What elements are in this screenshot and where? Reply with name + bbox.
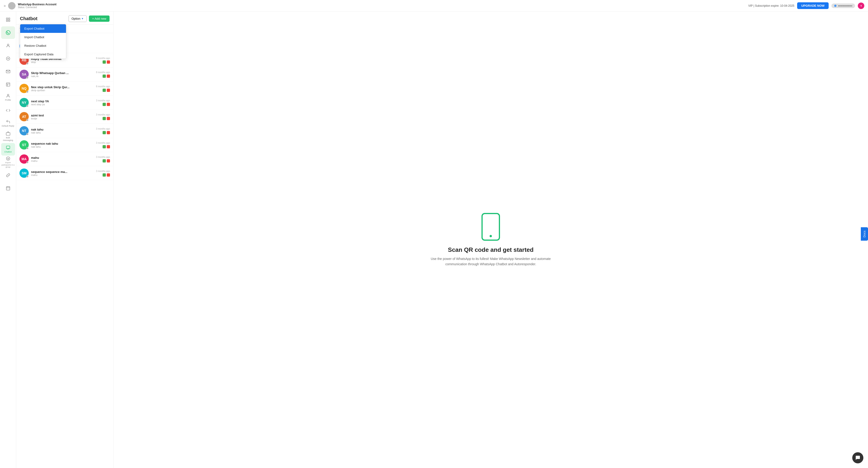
add-new-button[interactable]: + Add new bbox=[89, 15, 110, 22]
main-content: Scan QR code and get started Use the pow… bbox=[114, 11, 868, 468]
dropdown-item-export-captured[interactable]: Export Captured Data bbox=[20, 50, 66, 59]
chat-support-button[interactable] bbox=[852, 452, 863, 463]
avatar bbox=[8, 2, 16, 9]
chatbot-panel: Chatbot Option ▼ + Add new Export Chatbo… bbox=[16, 11, 114, 468]
chatbot-list-item[interactable]: NT nak tahu nak tahu 3 months ago bbox=[16, 124, 113, 138]
docs-button[interactable]: Docs bbox=[861, 227, 868, 241]
vip-label: VIP | Subscription expire: 10-04-2025 bbox=[748, 4, 794, 7]
chatbot-title: Chatbot bbox=[20, 16, 66, 21]
sidebar-item-link[interactable] bbox=[1, 169, 15, 181]
account-status: Status: Connected bbox=[18, 6, 57, 8]
sidebar-item-export-group[interactable]: Export participants in a group bbox=[1, 156, 15, 168]
qr-desc: Use the power of WhatsApp to its fullest… bbox=[421, 256, 560, 267]
account-name: WhatsApp Business Account bbox=[18, 3, 57, 6]
back-button[interactable] bbox=[858, 3, 864, 9]
chatbot-header: Chatbot Option ▼ + Add new Export Chatbo… bbox=[16, 11, 113, 25]
sidebar-item-profile[interactable]: Profile bbox=[1, 91, 15, 104]
svg-rect-9 bbox=[6, 83, 10, 86]
sidebar-label-bulk: Bulk messaging bbox=[1, 137, 15, 142]
sidebar-item-bulk[interactable]: Bulk messaging bbox=[1, 130, 15, 142]
sidebar-item-whatsapp[interactable] bbox=[1, 26, 15, 39]
svg-rect-3 bbox=[6, 20, 8, 22]
left-nav: Profile Default Reply Bulk messaging Cha… bbox=[0, 11, 16, 468]
option-dropdown: Export Chatbot Import Chatbot Restore Ch… bbox=[20, 24, 66, 59]
sidebar-item-templates[interactable] bbox=[1, 78, 15, 91]
svg-rect-13 bbox=[6, 133, 10, 135]
dropdown-item-import-chatbot[interactable]: Import Chatbot bbox=[20, 33, 66, 41]
chatbot-list-item[interactable]: AT azmi test testje 3 months ago bbox=[16, 110, 113, 124]
svg-rect-17 bbox=[6, 187, 10, 190]
dropdown-item-restore-chatbot[interactable]: Restore Chatbot bbox=[20, 41, 66, 50]
chatbot-list-item[interactable]: MA mahu mahu 3 months ago bbox=[16, 152, 113, 166]
dropdown-item-export-chatbot[interactable]: Export Chatbot bbox=[20, 24, 66, 33]
sidebar-label-export-group: Export participants in a group bbox=[1, 162, 15, 168]
sidebar-item-contacts[interactable] bbox=[1, 39, 15, 52]
topbar-left: » WhatsApp Business Account Status: Conn… bbox=[4, 2, 57, 9]
sidebar-label-chatbot: Chatbot bbox=[4, 151, 12, 153]
sidebar-item-default-reply[interactable]: Default Reply bbox=[1, 117, 15, 130]
status-dot bbox=[834, 5, 837, 7]
collapse-icon[interactable]: » bbox=[4, 4, 6, 8]
user-pill-text: •••••••••••••••• bbox=[838, 4, 852, 7]
sidebar-item-campaigns[interactable] bbox=[1, 65, 15, 78]
svg-rect-1 bbox=[8, 18, 10, 20]
chatbot-list-item[interactable]: SM sequence sequence ma... mahu 3 months… bbox=[16, 166, 113, 180]
option-button[interactable]: Option ▼ bbox=[68, 15, 87, 22]
sidebar-label-default-reply: Default Reply bbox=[2, 125, 14, 127]
svg-rect-2 bbox=[8, 20, 10, 22]
topbar: » WhatsApp Business Account Status: Conn… bbox=[0, 0, 868, 11]
chatbot-list: RY Reply YA ya RB Reply Tidak berminat s… bbox=[16, 39, 113, 468]
chatbot-list-item[interactable]: NQ Nex step untuk Skrip Qur... skrip qur… bbox=[16, 81, 113, 96]
chatbot-list-item[interactable]: NY next step YA next step ya 3 months ag… bbox=[16, 96, 113, 110]
option-arrow: ▼ bbox=[81, 18, 84, 20]
svg-rect-14 bbox=[6, 146, 10, 149]
svg-point-4 bbox=[7, 44, 9, 45]
sidebar-item-chatbot[interactable]: Chatbot bbox=[1, 143, 15, 156]
chatbot-list-item[interactable]: ST sequence nak tahu nak tahu 3 months a… bbox=[16, 138, 113, 152]
svg-point-12 bbox=[7, 94, 9, 96]
chatbot-list-item[interactable]: SA Skrip Whatsapp Qurban ... nak,nk 8 mo… bbox=[16, 67, 113, 81]
sidebar-label-profile: Profile bbox=[5, 99, 11, 101]
phone-icon bbox=[482, 213, 500, 241]
main-layout: Profile Default Reply Bulk messaging Cha… bbox=[0, 11, 868, 468]
sidebar-item-add[interactable] bbox=[1, 52, 15, 65]
topbar-info: WhatsApp Business Account Status: Connec… bbox=[18, 3, 57, 8]
sidebar-item-code[interactable] bbox=[1, 104, 15, 116]
option-label: Option bbox=[71, 17, 80, 20]
sidebar-item-dashboard[interactable] bbox=[1, 13, 15, 26]
upgrade-button[interactable]: UPGRADE NOW bbox=[797, 2, 829, 9]
svg-rect-0 bbox=[6, 18, 8, 20]
user-pill: •••••••••••••••• bbox=[831, 3, 855, 8]
sidebar-item-scheduler[interactable] bbox=[1, 182, 15, 194]
qr-title: Scan QR code and get started bbox=[448, 246, 534, 254]
